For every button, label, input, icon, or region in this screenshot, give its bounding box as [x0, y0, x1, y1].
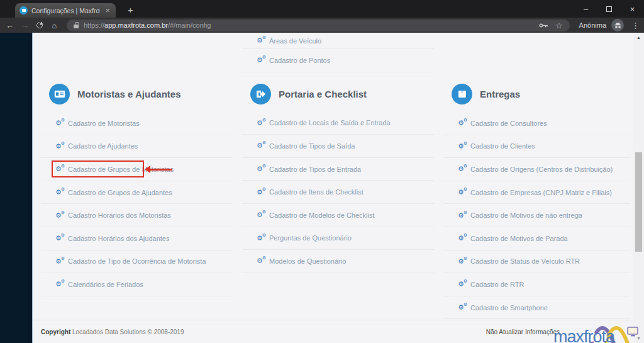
cogs-icon: ⚙⚙: [458, 143, 467, 150]
section-header: Motoristas e Ajudantes: [49, 84, 233, 104]
config-link-label: Cadastro de RTR: [470, 281, 524, 288]
config-link[interactable]: ⚙⚙Cadastro de Motivos de Parada: [443, 227, 630, 250]
section-title: Portaria e Checklist: [279, 89, 367, 99]
config-link[interactable]: ⚙⚙Cadastro de Locais de Saída e Entrada: [242, 112, 434, 135]
cogs-icon: ⚙⚙: [257, 189, 266, 196]
config-link[interactable]: ⚙⚙Cadastro de Motoristas: [41, 112, 233, 135]
config-link[interactable]: ⚙⚙Cadastro de Origens (Centros de Distri…: [443, 158, 630, 181]
update-info-link[interactable]: Não Atualizar Informações: [486, 329, 560, 335]
config-link[interactable]: ⚙⚙Cadastro de Smartphone: [443, 296, 630, 320]
cogs-icon: ⚙⚙: [257, 120, 266, 127]
config-link[interactable]: ⚙⚙Cadastro de Consultores: [443, 112, 630, 135]
annotation-red-arrow: [150, 169, 172, 171]
config-link[interactable]: ⚙⚙Cadastro de Tipo de Ocorrência de Moto…: [41, 250, 233, 274]
config-link-label: Cadastro de Grupos de Ajudantes: [68, 189, 172, 196]
config-link-label: Cadastro de Smartphone: [470, 304, 548, 312]
scrollbar-down-icon[interactable]: ▼: [633, 336, 644, 340]
config-page: Motoristas e Ajudantes⚙⚙Cadastro de Moto…: [33, 33, 644, 343]
scrollbar-thumb[interactable]: [635, 152, 642, 252]
config-link-label: Cadastro de Origens (Centros de Distribu…: [470, 166, 613, 173]
config-link[interactable]: ⚙⚙Cadastro de Status de Veículo RTR: [443, 250, 630, 274]
cogs-icon: ⚙⚙: [257, 211, 266, 218]
config-link[interactable]: ⚙⚙Cadastro de Modelos de Checklist: [242, 204, 434, 227]
config-link-label: Cadastro Horários dos Motoristas: [68, 211, 171, 219]
browser-tab[interactable]: Configurações | Maxfrota ×: [15, 3, 116, 18]
back-icon[interactable]: ←: [5, 21, 14, 30]
cogs-icon: ⚙⚙: [55, 189, 65, 196]
minimize-button[interactable]: –: [574, 0, 597, 18]
config-link-label: Cadastro de Locais de Saída e Entrada: [269, 119, 391, 127]
page-scrollbar[interactable]: ▲ ▼: [633, 33, 644, 343]
url-bar[interactable]: https://app.maxfrota.com.br/#/main/confi…: [67, 20, 570, 31]
config-link-label: Cadastro de Empresas (CNPJ Matriz e Fili…: [470, 189, 612, 196]
app-sidebar-collapsed[interactable]: [0, 33, 33, 343]
copyright-text: Copyright Locadados Data Solutions © 200…: [41, 329, 184, 335]
config-link[interactable]: ⚙⚙Cadastro de Clientes: [443, 135, 630, 159]
config-link[interactable]: ⚙⚙Cadastro de Motivos de não entrega: [443, 204, 630, 227]
config-link-label: Cadastro de Ajudantes: [68, 142, 138, 150]
section-header: Entregas: [452, 84, 630, 104]
tab-close-icon[interactable]: ×: [104, 6, 111, 14]
config-link[interactable]: ⚙⚙Calendários de Feriados: [41, 273, 233, 296]
config-link[interactable]: ⚙⚙Cadastro de Tipos de Entrada: [242, 158, 434, 181]
url-text: https://app.maxfrota.com.br/#/main/confi…: [84, 21, 211, 29]
section-title: Entregas: [480, 89, 520, 99]
config-link-label: Cadastro de Tipos de Entrada: [269, 166, 361, 173]
cogs-icon: ⚙⚙: [55, 120, 65, 127]
section-header: Portaria e Checklist: [250, 84, 434, 104]
config-link[interactable]: ⚙⚙Cadastro Horários dos Ajudantes: [41, 227, 233, 250]
new-tab-button[interactable]: +: [125, 4, 136, 16]
cogs-icon: ⚙⚙: [458, 235, 467, 242]
section-column: ⚙⚙Áreas de Veículo⚙⚙Cadastro de PontosPo…: [242, 33, 434, 319]
config-link-label: Modelos de Questionário: [269, 257, 346, 265]
config-link[interactable]: ⚙⚙Perguntas de Questionário: [242, 227, 434, 250]
cogs-icon: ⚙⚙: [458, 304, 467, 311]
cogs-icon: ⚙⚙: [257, 166, 266, 172]
cogs-icon: ⚙⚙: [257, 235, 266, 242]
restore-icon: [606, 6, 612, 12]
cogs-icon: ⚙⚙: [55, 143, 65, 150]
browser-window: Configurações | Maxfrota × + – × ← → ⌂ h…: [0, 0, 644, 343]
config-link-label: Perguntas de Questionário: [269, 234, 352, 242]
cogs-icon: ⚙⚙: [458, 166, 467, 172]
config-link[interactable]: ⚙⚙Cadastro Horários dos Motoristas: [41, 204, 233, 227]
cogs-icon: ⚙⚙: [257, 37, 266, 44]
saved-password-key-icon[interactable]: [539, 23, 548, 28]
cogs-icon: ⚙⚙: [458, 212, 467, 219]
cogs-icon: ⚙⚙: [458, 120, 467, 127]
section-column: Entregas⚙⚙Cadastro de Consultores⚙⚙Cadas…: [443, 33, 630, 319]
config-link-label: Cadastro de Pontos: [269, 57, 330, 64]
config-link[interactable]: ⚙⚙Cadastro de Empresas (CNPJ Matriz e Fi…: [443, 181, 630, 205]
config-link[interactable]: ⚙⚙Cadastro de Grupos de Motoristas: [41, 158, 233, 181]
config-link[interactable]: ⚙⚙Áreas de Veículo: [242, 33, 434, 49]
config-link[interactable]: ⚙⚙Cadastro de Grupos de Ajudantes: [41, 181, 233, 205]
bookmark-star-icon[interactable]: ☆: [555, 21, 563, 30]
config-link-label: Cadastro de Motoristas: [68, 120, 140, 127]
config-link-label: Cadastro de Motivos de Parada: [470, 235, 568, 242]
config-link[interactable]: ⚙⚙Modelos de Questionário: [242, 250, 434, 273]
chrome-menu-icon[interactable]: ⋮: [631, 21, 639, 30]
config-link[interactable]: ⚙⚙Cadastro de Itens de Checklist: [242, 181, 434, 204]
cogs-icon: ⚙⚙: [458, 189, 467, 196]
config-link[interactable]: ⚙⚙Cadastro de Ajudantes: [41, 135, 233, 159]
cogs-icon: ⚙⚙: [257, 142, 266, 149]
cogs-icon: ⚙⚙: [458, 281, 467, 288]
top-spacer: [41, 33, 233, 72]
maximize-button[interactable]: [597, 0, 621, 18]
config-link[interactable]: ⚙⚙Cadastro de Tipos de Saída: [242, 135, 434, 158]
cogs-icon: ⚙⚙: [458, 258, 467, 265]
config-link-label: Cadastro de Status de Veículo RTR: [470, 257, 580, 265]
config-link[interactable]: ⚙⚙Cadastro de RTR: [443, 273, 630, 296]
config-link-label: Cadastro de Tipo de Ocorrência de Motori…: [68, 257, 206, 265]
home-icon[interactable]: ⌂: [50, 21, 59, 30]
close-button[interactable]: ×: [621, 0, 644, 18]
config-link[interactable]: ⚙⚙Cadastro de Pontos: [242, 49, 434, 72]
profile-chip[interactable]: Anônima: [577, 19, 626, 31]
profile-label: Anônima: [579, 21, 606, 29]
scrollbar-up-icon[interactable]: ▲: [633, 35, 644, 40]
reload-icon[interactable]: [35, 21, 44, 30]
cogs-icon: ⚙⚙: [55, 235, 65, 242]
forward-icon[interactable]: →: [20, 21, 30, 30]
config-link-label: Cadastro de Clientes: [470, 142, 535, 150]
config-link-label: Cadastro Horários dos Ajudantes: [68, 235, 169, 242]
